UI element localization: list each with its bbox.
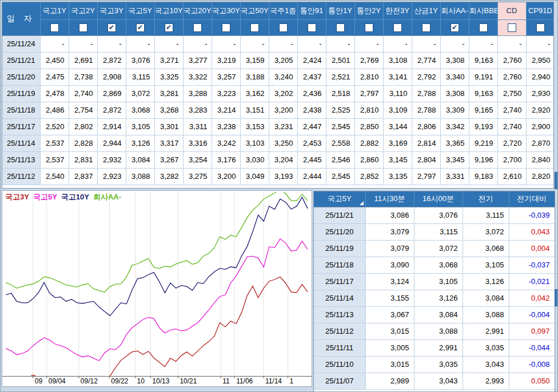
value-1130-cell: 3,090: [365, 257, 414, 273]
column-header-4[interactable]: 국고10Y: [154, 2, 183, 19]
prev-cell: 3,088: [463, 306, 509, 323]
column-checkbox-cell-10: [326, 19, 354, 35]
column-checkbox-cell-12: [383, 19, 412, 35]
rate-cell: 3,271: [154, 52, 183, 69]
rate-cell: 3,308: [440, 52, 469, 69]
rate-row: 25/11/202,4752,7382,9083,1153,3253,3223,…: [2, 69, 554, 85]
series-checkbox-unchecked[interactable]: [479, 23, 488, 32]
series-checkbox-unchecked[interactable]: [193, 23, 202, 32]
series-checkbox-unchecked[interactable]: [336, 23, 345, 32]
column-header-11[interactable]: 통안2Y: [354, 2, 383, 19]
rate-cell: 2,828: [69, 135, 97, 151]
rate-cell: 3,135: [383, 168, 412, 185]
column-header-14[interactable]: 회사AA-: [440, 2, 469, 19]
rate-cell: 2,525: [326, 102, 354, 118]
rate-cell: 2,840: [526, 151, 554, 168]
rate-cell: -: [126, 35, 154, 52]
column-header-6[interactable]: 국고30Y: [212, 2, 240, 19]
legend-item-1: 국고5Y: [33, 193, 57, 201]
series-checkbox-unchecked[interactable]: [79, 23, 87, 32]
series-checkbox-unchecked[interactable]: [308, 23, 316, 32]
column-header-9[interactable]: 통안91: [297, 2, 326, 19]
rate-cell: 3,141: [383, 69, 412, 85]
top-grid-scrollbar-thumb[interactable]: [555, 172, 558, 189]
value-1600-cell: 3,068: [414, 257, 463, 273]
rate-cell: 3,088: [126, 168, 154, 185]
rate-row: 25/11/212,4502,6912,8723,0763,2713,2773,…: [2, 52, 554, 69]
column-header-0[interactable]: 국고1Y: [40, 2, 69, 19]
series-checkbox-unchecked[interactable]: [50, 23, 59, 32]
diff-cell: -0,004: [509, 306, 555, 323]
value-1130-cell: 2,989: [365, 373, 414, 389]
date-cell: 25/11/17: [314, 273, 365, 290]
column-header-5[interactable]: 국고20Y: [183, 2, 212, 19]
column-header-1[interactable]: 국고2Y: [69, 2, 97, 19]
series-checkbox-unchecked[interactable]: [222, 23, 230, 32]
prev-cell: 3,105: [463, 257, 509, 273]
value-1600-cell: 2,991: [414, 339, 463, 356]
series-checkbox-checked[interactable]: ✔: [451, 23, 459, 32]
value-1600-cell: 3,084: [414, 306, 463, 323]
rate-cell: 3,103: [240, 135, 269, 151]
rate-cell: 9,219: [469, 135, 497, 151]
series-checkbox-checked[interactable]: ✔: [107, 23, 116, 32]
rate-cell: 2,872: [97, 102, 126, 118]
series-checkbox-unchecked[interactable]: [422, 23, 431, 32]
rate-cell: 2,920: [526, 102, 554, 118]
rate-cell: 2,869: [97, 85, 126, 102]
detail-row: 25/11/113,0052,9913,035-0,044: [314, 339, 555, 356]
rate-row: 25/11/172,5202,8022,9143,1053,3013,3113,…: [2, 118, 554, 135]
value-1130-cell: 3,067: [365, 306, 414, 323]
rate-cell: 2,769: [354, 52, 383, 69]
value-1130-cell: 3,005: [365, 339, 414, 356]
rate-cell: 3,340: [440, 69, 469, 85]
column-header-7[interactable]: 국고50Y: [240, 2, 269, 19]
rate-cell: 9,193: [469, 118, 497, 135]
series-checkbox-unchecked[interactable]: [393, 23, 402, 32]
column-header-15[interactable]: 회사BBB-: [469, 2, 497, 19]
rate-cell: 9,163: [469, 52, 497, 69]
right-grid-scrollbar-thumb[interactable]: [555, 289, 558, 306]
series-checkbox-unchecked[interactable]: [250, 23, 259, 32]
detail-column-header-1[interactable]: 11시30분: [365, 191, 414, 207]
detail-column-header-3[interactable]: 전기: [463, 191, 509, 207]
x-tick-label: 11/14: [265, 377, 282, 385]
column-header-16[interactable]: CD: [497, 2, 526, 19]
column-header-12[interactable]: 한전3Y: [383, 2, 412, 19]
rate-cell: 3,345: [440, 151, 469, 168]
column-header-3[interactable]: 국고5Y: [126, 2, 154, 19]
rate-cell: 2,923: [97, 168, 126, 185]
rate-row: 25/11/142,5372,8282,9443,1263,3173,3163,…: [2, 135, 554, 151]
value-1600-cell: 3,088: [414, 323, 463, 339]
rate-cell: 2,882: [354, 135, 383, 151]
rate-cell: 2,792: [412, 69, 440, 85]
rate-cell: -: [97, 35, 126, 52]
detail-column-header-0[interactable]: 국고5Y: [314, 191, 365, 207]
column-header-10[interactable]: 통안1Y: [326, 2, 354, 19]
date-cell: 25/11/07: [314, 373, 365, 389]
rate-cell: -: [526, 35, 554, 52]
value-1130-cell: 3,079: [365, 240, 414, 257]
rate-cell: 3,223: [212, 85, 240, 102]
detail-column-header-4[interactable]: 전기대비: [509, 191, 555, 207]
rate-cell: -: [212, 35, 240, 52]
date-cell: 25/11/14: [2, 135, 40, 151]
series-checkbox-checked[interactable]: ✔: [136, 23, 145, 32]
series-checkbox-unchecked[interactable]: [365, 23, 373, 32]
series-checkbox-unchecked[interactable]: [536, 23, 545, 32]
daily-rates-grid: 일 자국고1Y국고2Y국고3Y국고5Y국고10Y국고20Y국고30Y국고50Y국…: [2, 2, 554, 189]
yield-line-chart: 0909/0409/1209/221010/1310/211111/0611/1…: [2, 191, 312, 386]
prev-cell: 3,072: [463, 223, 509, 240]
column-header-8[interactable]: 국주1종: [269, 2, 297, 19]
column-header-17[interactable]: CP91D: [526, 2, 554, 19]
series-checkbox-unchecked[interactable]: [279, 23, 288, 32]
rate-row: 25/11/192,4782,7402,8693,0723,2813,2883,…: [2, 85, 554, 102]
series-checkbox-unchecked[interactable]: [508, 23, 516, 32]
detail-column-header-2[interactable]: 16시00분: [414, 191, 463, 207]
column-header-13[interactable]: 산금1Y: [412, 2, 440, 19]
series-checkbox-checked[interactable]: ✔: [165, 23, 173, 32]
rate-cell: 2,804: [412, 151, 440, 168]
rate-cell: 2,740: [69, 85, 97, 102]
column-header-2[interactable]: 국고3Y: [97, 2, 126, 19]
date-column-header[interactable]: 일 자: [2, 2, 40, 35]
